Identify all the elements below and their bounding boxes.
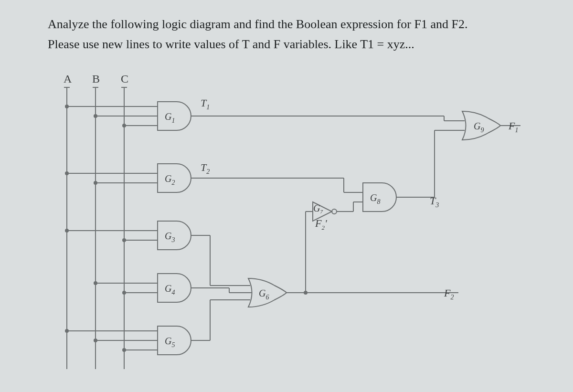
- svg-point-41: [65, 329, 69, 333]
- svg-point-11: [122, 124, 126, 127]
- question-text: Analyze the following logic diagram and …: [48, 14, 525, 54]
- svg-text:G2: G2: [165, 173, 175, 186]
- output-F1: F1: [508, 120, 518, 134]
- svg-point-25: [65, 229, 69, 233]
- signal-T3: T3: [430, 195, 439, 209]
- svg-text:G8: G8: [370, 192, 380, 205]
- gate-G5: G5: [65, 300, 250, 355]
- input-B: B: [92, 73, 100, 85]
- signal-F2prime: F2': [315, 217, 327, 231]
- signal-T1: T1: [201, 97, 210, 111]
- svg-text:G1: G1: [165, 111, 175, 124]
- svg-point-7: [65, 105, 69, 108]
- gate-G2: G2 T2: [65, 161, 363, 192]
- svg-point-17: [65, 171, 69, 175]
- svg-point-27: [122, 238, 126, 242]
- svg-point-43: [94, 339, 97, 342]
- gate-G4: G4: [94, 274, 252, 302]
- gate-G9: G9 F1: [462, 111, 520, 140]
- question-line2: Please use new lines to write values of …: [48, 37, 414, 51]
- svg-text:G3: G3: [165, 231, 175, 244]
- svg-text:G5: G5: [165, 336, 175, 349]
- svg-point-19: [94, 181, 97, 185]
- gate-G6: G6 F2: [248, 278, 458, 307]
- svg-text:G6: G6: [259, 288, 269, 301]
- logic-diagram: A B C G1 T1: [48, 68, 525, 374]
- svg-point-45: [122, 348, 126, 352]
- gate-G1: G1 T1: [65, 97, 465, 130]
- svg-point-33: [94, 281, 97, 285]
- svg-point-35: [122, 291, 126, 295]
- svg-text:G9: G9: [474, 121, 484, 134]
- signal-T2: T2: [201, 161, 210, 175]
- gate-G7: G7 F2': [306, 202, 363, 293]
- input-A: A: [64, 73, 72, 85]
- output-F2: F2: [444, 287, 454, 301]
- svg-text:G4: G4: [165, 283, 175, 296]
- input-C: C: [121, 73, 128, 85]
- svg-text:G7: G7: [313, 203, 323, 214]
- gate-G8: G8 T3: [363, 130, 465, 212]
- svg-point-9: [94, 114, 97, 118]
- question-line1: Analyze the following logic diagram and …: [48, 17, 467, 31]
